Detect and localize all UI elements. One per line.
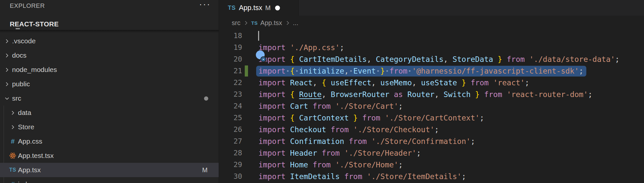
code-line-24[interactable]: 24import Cart from './Store/Cart';: [219, 100, 644, 112]
code-token: from: [313, 161, 330, 169]
whitespace: [317, 78, 322, 87]
whitespace: [448, 55, 453, 63]
whitespace: [285, 43, 290, 52]
breadcrumb-item-src[interactable]: src: [232, 19, 241, 27]
code-token: '@harnessio/ff-javascript-client-sdk': [412, 67, 579, 75]
tree-item-public[interactable]: public: [0, 77, 219, 91]
whitespace: [371, 55, 376, 63]
code-line-19[interactable]: 19import './App.css';: [219, 42, 644, 53]
tree-item-App-test-tsx[interactable]: App.test.tsx: [0, 148, 219, 163]
tree-item-App-css[interactable]: #App.css: [0, 134, 219, 148]
code-line-18[interactable]: 18: [219, 30, 644, 42]
code-token: ;: [398, 102, 403, 110]
tab-label: App.tsx: [239, 4, 262, 12]
code-token: Switch: [444, 90, 471, 99]
line-number: 28: [219, 147, 242, 159]
code-token: './App.css': [290, 43, 340, 52]
whitespace: [326, 78, 331, 87]
code-token: from: [313, 102, 330, 110]
whitespace: [340, 149, 344, 157]
code-token: }: [380, 67, 385, 75]
whitespace: [349, 114, 353, 122]
whitespace: [285, 102, 290, 110]
code-token: Event: [353, 67, 376, 75]
breadcrumb-item-App-tsx[interactable]: TSApp.tsx: [251, 19, 282, 27]
tree-item-Store[interactable]: Store: [0, 120, 219, 134]
code-line-28[interactable]: 28import Header from './Store/Header';: [219, 147, 644, 159]
code-line-22[interactable]: 22import React, { useEffect, useMemo, us…: [219, 77, 644, 89]
code-token: from: [389, 67, 407, 75]
tree-item-label: App.css: [18, 137, 42, 145]
breadcrumb-item----[interactable]: ...: [293, 19, 299, 27]
tab-app-tsx[interactable]: TS App.tsx M: [219, 0, 299, 16]
whitespace: [285, 67, 290, 75]
code-area: 1819import './App.css';20import { CartIt…: [219, 30, 644, 183]
code-line-29[interactable]: 29import Home from './Store/Home';: [219, 159, 644, 171]
code-line-30[interactable]: 30import ItemDetails from './Store/ItemD…: [219, 171, 644, 182]
whitespace: [376, 67, 380, 75]
breadcrumb-label: ...: [293, 19, 299, 27]
tree-item-data[interactable]: data: [0, 106, 219, 120]
project-section-header[interactable]: REACT-STORE: [0, 18, 219, 30]
code-token: StoreData: [453, 55, 493, 63]
whitespace: [295, 67, 299, 75]
code-line-20[interactable]: 20import { CartItemDetails, CategoryDeta…: [219, 53, 644, 65]
whitespace: [457, 78, 461, 87]
line-number: 20: [219, 53, 242, 65]
code-token: import: [258, 67, 285, 75]
code-line-23[interactable]: 23import { Route, BrowserRouter as Route…: [219, 89, 644, 100]
whitespace: [285, 114, 290, 122]
tree-item-docs[interactable]: docs: [0, 48, 219, 63]
code-line-26[interactable]: 26import Checkout from './Store/Checkout…: [219, 124, 644, 135]
explorer-panel: EXPLORER ··· REACT-STORE .vscode docs no…: [0, 0, 219, 183]
code-token: ;: [588, 90, 593, 99]
tree-item-src[interactable]: src: [0, 91, 219, 106]
selection-highlight: import { initialize, Event } from '@harn…: [256, 66, 586, 77]
code-token: CartItemDetails: [299, 55, 367, 63]
git-gutter-added-bar: [245, 65, 248, 77]
whitespace: [285, 90, 290, 99]
code-token: ;: [480, 114, 484, 122]
code-token: ,: [371, 78, 376, 87]
code-line-25[interactable]: 25import { CartContext } from './Store/C…: [219, 112, 644, 124]
tree-item-label: .vscode: [12, 37, 36, 45]
whitespace: [439, 90, 444, 99]
code-token: from: [362, 114, 380, 122]
whitespace: [466, 78, 471, 87]
code-token: ;: [340, 43, 344, 52]
line-number: 23: [219, 89, 242, 100]
code-token: ;: [525, 78, 529, 87]
tree-item--vscode[interactable]: .vscode: [0, 34, 219, 48]
tree-item-node_modules[interactable]: node_modules: [0, 63, 219, 77]
code-line-27[interactable]: 27import Confirmation from './Store/Conf…: [219, 135, 644, 147]
line-number: 21: [219, 65, 242, 77]
code-token: ;: [615, 55, 620, 63]
code-token: Cart: [290, 102, 308, 110]
unsaved-indicator-dot[interactable]: [275, 6, 280, 10]
chevron-right-icon: [8, 109, 17, 117]
code-token: ;: [398, 161, 403, 169]
whitespace: [317, 149, 322, 157]
more-actions-icon[interactable]: ···: [199, 0, 211, 9]
code-token: './Store/Home': [335, 161, 398, 169]
whitespace: [385, 67, 389, 75]
whitespace: [326, 90, 331, 99]
breadcrumb-label: App.tsx: [260, 19, 282, 27]
chevron-right-icon: [8, 123, 17, 131]
whitespace: [349, 125, 353, 134]
code-line-21[interactable]: 21import { initialize, Event } from '@ha…: [219, 65, 644, 77]
code-token: import: [258, 78, 285, 87]
typescript-icon: TS: [228, 5, 236, 11]
css-icon: #: [8, 180, 17, 183]
whitespace: [376, 78, 380, 87]
whitespace: [502, 90, 507, 99]
whitespace: [389, 90, 394, 99]
tree-item-index-css[interactable]: #index.css: [0, 177, 219, 183]
code-token: import: [258, 43, 285, 52]
sticky-header-shadow: [0, 30, 219, 33]
code-token: Home: [290, 161, 308, 169]
line-number: 26: [219, 124, 242, 135]
code-token: ;: [579, 67, 583, 75]
tree-item-App-tsx[interactable]: TSApp.tsxM: [0, 163, 219, 177]
whitespace: [295, 90, 299, 99]
